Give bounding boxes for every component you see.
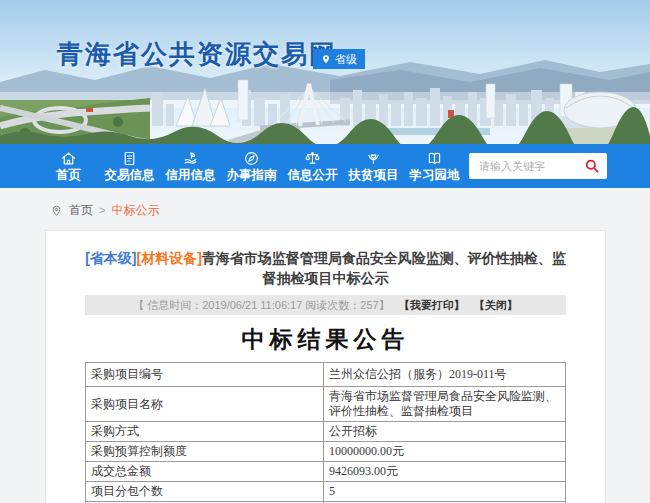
table-row: 成交总金额 9426093.00元 bbox=[86, 462, 566, 482]
title-level-tag: [省本级] bbox=[85, 250, 136, 266]
notice-heading: 中标结果公告 bbox=[85, 324, 566, 355]
nav-item-2[interactable]: 交易信息 bbox=[103, 150, 156, 182]
site-banner: 青海省公共资源交易网 省级 bbox=[0, 0, 650, 144]
site-title: 青海省公共资源交易网 bbox=[57, 37, 337, 72]
close-button[interactable]: 【关闭】 bbox=[474, 299, 518, 311]
compass-icon bbox=[243, 150, 260, 167]
table-row: 采购预算控制额度 10000000.00元 bbox=[86, 442, 566, 462]
table-row-label: 项目分包个数 bbox=[86, 482, 324, 502]
table-row-label: 成交总金额 bbox=[86, 462, 324, 482]
location-pin-icon bbox=[321, 53, 331, 65]
table-row-value: 10000000.00元 bbox=[324, 442, 566, 462]
nav-item-6[interactable]: 扶贫项目 bbox=[347, 150, 400, 182]
main-nav: 首页 交易信息 信用信息 办事指南 信息公开 扶贫项目 学习园地 bbox=[0, 144, 650, 188]
person-heart-icon bbox=[365, 150, 382, 167]
table-row: 采购项目名称 青海省市场监督管理局食品安全风险监测、评价性抽检、监督抽检项目 bbox=[86, 387, 566, 422]
nav-item-label: 首页 bbox=[56, 168, 81, 182]
article-meta-info: 【 信息时间：2019/06/21 11:06:17 阅读次数：257】 bbox=[133, 299, 390, 311]
book-icon bbox=[426, 150, 443, 167]
home-icon bbox=[60, 150, 77, 167]
table-row-label: 采购项目名称 bbox=[86, 387, 324, 422]
table-row: 采购项目编号 兰州众信公招（服务）2019-011号 bbox=[86, 363, 566, 387]
nav-items: 首页 交易信息 信用信息 办事指南 信息公开 扶贫项目 学习园地 bbox=[42, 150, 461, 182]
content-card: [省本级][材料设备]青海省市场监督管理局食品安全风险监测、评价性抽检、监督抽检… bbox=[45, 230, 606, 503]
region-level-badge[interactable]: 省级 bbox=[313, 49, 365, 69]
table-row-label: 采购项目编号 bbox=[86, 363, 324, 387]
notice-table: 采购项目编号 兰州众信公招（服务）2019-011号 采购项目名称 青海省市场监… bbox=[85, 362, 566, 503]
search-box bbox=[469, 153, 607, 179]
banner-cityscape-image bbox=[0, 0, 650, 144]
table-row: 采购方式 公开招标 bbox=[86, 422, 566, 442]
search-button[interactable] bbox=[582, 158, 602, 174]
document-icon bbox=[121, 150, 138, 167]
nav-item-7[interactable]: 学习园地 bbox=[408, 150, 461, 182]
article-title: [省本级][材料设备]青海省市场监督管理局食品安全风险监测、评价性抽检、监督抽检… bbox=[85, 248, 566, 288]
nav-item-3[interactable]: 信用信息 bbox=[164, 150, 217, 182]
hand-leaf-icon bbox=[182, 150, 199, 167]
table-row-value: 5 bbox=[324, 482, 566, 502]
table-row-value: 公开招标 bbox=[324, 422, 566, 442]
table-row: 项目分包个数 5 bbox=[86, 482, 566, 502]
nav-item-5[interactable]: 信息公开 bbox=[286, 150, 339, 182]
nav-item-label: 交易信息 bbox=[105, 168, 155, 182]
breadcrumb-separator: > bbox=[99, 204, 105, 216]
title-main-text: 青海省市场监督管理局食品安全风险监测、评价性抽检、监督抽检项目中标公示 bbox=[202, 250, 566, 286]
nav-item-1[interactable]: 首页 bbox=[42, 150, 95, 182]
table-row-value: 兰州众信公招（服务）2019-011号 bbox=[324, 363, 566, 387]
scales-icon bbox=[304, 150, 321, 167]
print-button[interactable]: 【我要打印】 bbox=[399, 299, 465, 311]
breadcrumb: 首页 > 中标公示 bbox=[50, 201, 650, 219]
nav-item-label: 学习园地 bbox=[410, 168, 460, 182]
article-meta-bar: 【 信息时间：2019/06/21 11:06:17 阅读次数：257】 【我要… bbox=[85, 295, 566, 315]
nav-item-label: 扶贫项目 bbox=[349, 168, 399, 182]
table-row-label: 采购方式 bbox=[86, 422, 324, 442]
table-row-value: 9426093.00元 bbox=[324, 462, 566, 482]
nav-item-label: 办事指南 bbox=[227, 168, 277, 182]
region-level-label: 省级 bbox=[335, 52, 357, 67]
title-category-tag: [材料设备] bbox=[137, 250, 202, 266]
notice-table-body: 采购项目编号 兰州众信公招（服务）2019-011号 采购项目名称 青海省市场监… bbox=[86, 363, 566, 503]
search-input[interactable] bbox=[477, 159, 582, 173]
breadcrumb-home-link[interactable]: 首页 bbox=[69, 202, 93, 219]
breadcrumb-current: 中标公示 bbox=[111, 202, 159, 219]
search-icon bbox=[584, 158, 600, 174]
breadcrumb-pin-icon bbox=[50, 204, 63, 217]
table-row-value: 青海省市场监督管理局食品安全风险监测、评价性抽检、监督抽检项目 bbox=[324, 387, 566, 422]
table-row-label: 采购预算控制额度 bbox=[86, 442, 324, 462]
nav-item-4[interactable]: 办事指南 bbox=[225, 150, 278, 182]
nav-item-label: 信用信息 bbox=[166, 168, 216, 182]
nav-item-label: 信息公开 bbox=[288, 168, 338, 182]
